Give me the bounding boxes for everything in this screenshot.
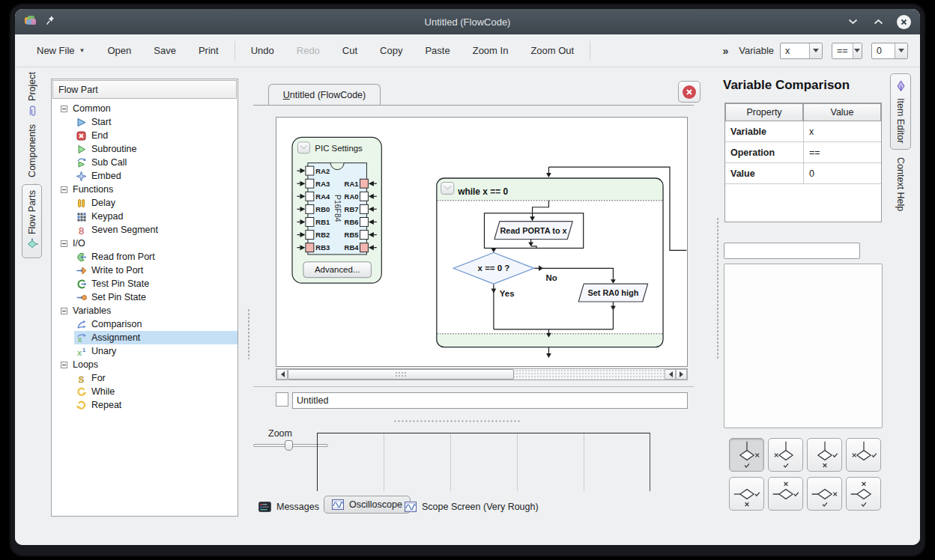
save-button[interactable]: Save <box>142 40 187 61</box>
copy-button[interactable]: Copy <box>369 40 414 61</box>
right-tab-item-editor[interactable]: Item Editor <box>890 73 911 150</box>
decision-layout-button-4-entry-top-x-left-check-right[interactable] <box>846 438 881 472</box>
pin-RA2[interactable] <box>306 166 314 175</box>
paste-button[interactable]: Paste <box>414 40 461 61</box>
pin-RB4[interactable] <box>360 243 368 252</box>
tree-item-subroutine[interactable]: Subroutine <box>52 142 237 156</box>
bottom-tab-oscilloscope[interactable]: Oscilloscope <box>324 496 411 514</box>
tree-item-for[interactable]: SFor <box>52 371 237 385</box>
tree-item-end[interactable]: End <box>52 129 237 142</box>
property-value[interactable]: == <box>804 142 881 162</box>
pin-RB7[interactable] <box>360 204 368 213</box>
property-value[interactable]: 0 <box>804 163 881 183</box>
tree-group-i-o[interactable]: I/O <box>52 237 237 250</box>
tree-expander-icon[interactable] <box>61 240 67 247</box>
while-collapse-button[interactable] <box>441 182 454 194</box>
operation-combobox[interactable]: == <box>832 43 862 59</box>
sidebar-tab-project[interactable]: Project <box>22 72 42 119</box>
pin-RB3[interactable] <box>306 243 314 252</box>
decision-layout-button-3-entry-top-x-bottom-check-right[interactable] <box>807 438 842 472</box>
tree-expander-icon[interactable] <box>61 106 67 112</box>
oscilloscope-display[interactable] <box>317 433 650 491</box>
minimize-button[interactable] <box>846 15 859 28</box>
zoom-in-button[interactable]: Zoom In <box>462 40 520 61</box>
tree-item-write-to-port[interactable]: Write to Port <box>52 264 237 277</box>
maximize-button[interactable] <box>871 15 885 28</box>
variable-name-dropdown-arrow[interactable] <box>809 43 822 58</box>
left-splitter-handle[interactable] <box>247 308 250 359</box>
tree-item-seven-segment[interactable]: 8Seven Segment <box>52 223 237 237</box>
tree-item-sub-call[interactable]: Sub Call <box>52 156 237 169</box>
value-combobox[interactable]: 0 <box>871 43 908 59</box>
pin-icon[interactable] <box>46 15 55 28</box>
right-splitter-handle[interactable] <box>716 217 719 359</box>
scroll-thumb[interactable] <box>288 369 514 380</box>
new-file-dropdown-arrow[interactable]: ▼ <box>79 47 85 54</box>
tree-expander-icon[interactable] <box>61 186 67 193</box>
tree-item-while[interactable]: While <box>52 385 237 398</box>
flowchart-name-checkbox[interactable] <box>276 392 288 407</box>
undo-button[interactable]: Undo <box>240 40 285 61</box>
tree-item-keypad[interactable]: Keypad <box>52 210 237 223</box>
while-loop-group[interactable]: while x == 0 <box>437 167 686 358</box>
decision-layout-button-7-entry-left-x-right-check-bottom[interactable] <box>807 477 842 511</box>
pin-RB1[interactable] <box>306 217 314 226</box>
scroll-left-button-2[interactable] <box>665 369 676 380</box>
pin-RA1[interactable] <box>360 179 368 188</box>
tree-item-start[interactable]: Start <box>52 115 237 129</box>
tree-item-set-pin-state[interactable]: Set Pin State <box>52 290 237 304</box>
decision-layout-button-1-entry-top-x-right-check-bottom[interactable] <box>729 438 764 472</box>
operation-dropdown-arrow[interactable] <box>853 43 862 58</box>
sidebar-tab-flow-parts[interactable]: Flow Parts <box>22 184 42 258</box>
pic-collapse-button[interactable] <box>297 142 309 153</box>
value-dropdown-arrow[interactable] <box>895 43 907 58</box>
new-file-button[interactable]: New File▼ <box>25 40 97 61</box>
property-value[interactable]: x <box>804 121 881 141</box>
pin-RA0[interactable] <box>360 192 368 201</box>
tree-item-repeat[interactable]: Repeat <box>52 398 237 412</box>
right-tab-context-help[interactable]: Context Help <box>890 157 911 223</box>
pin-RB5[interactable] <box>360 231 368 240</box>
tree-group-loops[interactable]: Loops <box>52 358 237 371</box>
pic-settings-group[interactable]: PIC Settings P16F84 RA2RA3RA4RB0RB1RB2RB… <box>292 137 381 283</box>
decision-layout-button-5-entry-left-x-bottom-check-right[interactable] <box>729 477 764 511</box>
item-editor-input[interactable] <box>724 243 860 259</box>
flowchart-canvas[interactable]: PIC Settings P16F84 RA2RA3RA4RB0RB1RB2RB… <box>276 117 688 367</box>
pin-RB0[interactable] <box>306 204 314 213</box>
pin-RA3[interactable] <box>306 179 314 188</box>
zoom-slider-thumb[interactable] <box>285 440 293 451</box>
pin-RB6[interactable] <box>360 217 368 226</box>
flowchart-name-field[interactable]: Untitled <box>292 392 688 409</box>
tree-item-comparison[interactable]: Comparison <box>52 317 237 331</box>
bottom-tab-messages[interactable]: Messages <box>258 502 319 512</box>
scroll-right-button[interactable] <box>676 369 687 380</box>
decision-layout-button-8-entry-left-x-top-check-bottom[interactable] <box>846 477 881 511</box>
tree-group-common[interactable]: Common <box>52 102 237 115</box>
tree-group-functions[interactable]: Functions <box>52 183 237 196</box>
tree-item-delay[interactable]: Delay <box>52 196 237 210</box>
scroll-track[interactable] <box>288 369 665 380</box>
toolbar-overflow-chevron[interactable]: » <box>722 45 728 57</box>
bottom-splitter-handle[interactable] <box>393 419 521 423</box>
scroll-left-button[interactable] <box>276 369 288 380</box>
tree-expander-icon[interactable] <box>61 308 67 314</box>
tree-expander-icon[interactable] <box>61 362 67 368</box>
redo-button[interactable]: Redo <box>285 40 331 61</box>
variable-name-combobox[interactable]: x <box>780 43 823 59</box>
document-tab[interactable]: Untitled (FlowCode) <box>268 84 381 106</box>
close-button[interactable] <box>897 15 911 29</box>
print-button[interactable]: Print <box>187 40 230 61</box>
decision-layout-button-6-entry-left-x-top-check-right[interactable] <box>768 477 803 511</box>
decision-layout-button-2-entry-top-x-left-check-bottom[interactable] <box>768 438 803 472</box>
tree-item-test-pin-state[interactable]: Test Pin State <box>52 277 237 290</box>
tree-item-embed[interactable]: Embed <box>52 169 237 183</box>
cut-button[interactable]: Cut <box>331 40 369 61</box>
zoom-out-button[interactable]: Zoom Out <box>519 40 585 61</box>
tree-item-unary[interactable]: x1Unary <box>52 344 237 358</box>
canvas-hscrollbar[interactable] <box>276 368 688 380</box>
pin-RA4[interactable] <box>306 192 314 201</box>
open-button[interactable]: Open <box>97 40 143 61</box>
tree-item-read-from-port[interactable]: Read from Port <box>52 250 237 264</box>
tree-group-variables[interactable]: Variables <box>52 304 237 317</box>
tree-item-assignment[interactable]: xAssignment <box>52 331 237 344</box>
